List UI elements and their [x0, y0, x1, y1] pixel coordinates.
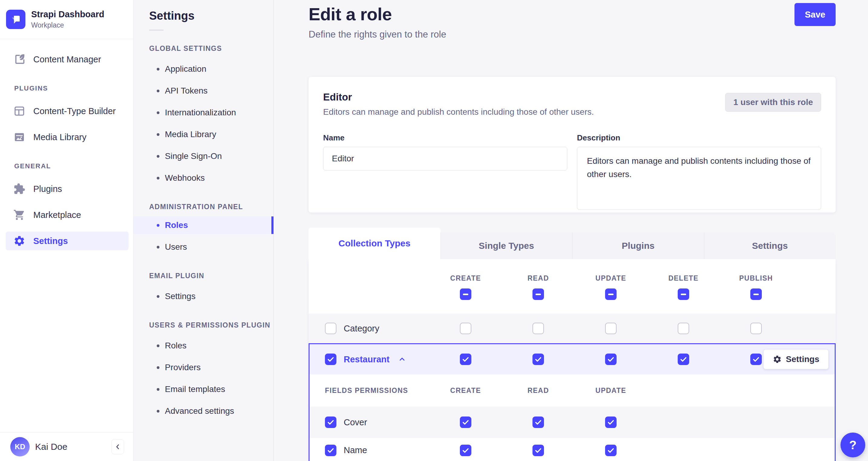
- name-read-checkbox[interactable]: [532, 445, 544, 456]
- main-content: Edit a role Define the rights given to t…: [274, 0, 868, 461]
- category-delete-checkbox[interactable]: [678, 323, 689, 334]
- users-with-role-button[interactable]: 1 user with this role: [725, 93, 821, 112]
- bullet-icon: [157, 388, 159, 391]
- subnav-item-label: API Tokens: [165, 86, 208, 96]
- row-name-cell: Category: [309, 323, 429, 334]
- collapse-sidebar-button[interactable]: [111, 439, 124, 454]
- cart-icon: [13, 209, 25, 221]
- gear-icon: [13, 235, 25, 247]
- column-publish-select-all-checkbox[interactable]: [750, 288, 762, 300]
- column-label: CREATE: [450, 274, 481, 282]
- avatar[interactable]: KD: [10, 437, 30, 457]
- restaurant-update-checkbox[interactable]: [605, 353, 617, 365]
- name-row-checkbox[interactable]: [325, 445, 336, 456]
- subnav-item-label: Providers: [165, 363, 200, 372]
- cover-row-checkbox[interactable]: [325, 416, 336, 428]
- subnav-item-application[interactable]: Application: [133, 58, 274, 80]
- table-row-category: Category: [309, 314, 836, 343]
- sidebar-item-label: Plugins: [33, 184, 62, 194]
- category-read-checkbox[interactable]: [532, 323, 544, 334]
- row-label: Restaurant: [344, 354, 390, 365]
- main-sidebar: Strapi Dashboard Workplace Content Manag…: [0, 0, 133, 461]
- column-label: PUBLISH: [739, 274, 773, 282]
- sidebar-item-media-library[interactable]: Media Library: [0, 124, 133, 150]
- description-textarea[interactable]: Editors can manage and publish contents …: [577, 147, 821, 210]
- restaurant-delete-checkbox[interactable]: [678, 353, 689, 365]
- chevron-up-icon[interactable]: [398, 355, 406, 363]
- tab-settings[interactable]: Settings: [704, 232, 836, 259]
- brand-text: Strapi Dashboard Workplace: [31, 9, 104, 29]
- subnav-item-users[interactable]: Users: [133, 236, 274, 258]
- user-row: KD Kai Doe: [0, 432, 133, 461]
- subnav-item-single-sign-on[interactable]: Single Sign-On: [133, 145, 274, 167]
- name-input[interactable]: [323, 147, 567, 170]
- subnav-item-up-roles[interactable]: Roles: [133, 335, 274, 356]
- bullet-icon: [157, 410, 159, 412]
- restaurant-create-checkbox[interactable]: [460, 353, 471, 365]
- sidebar-item-marketplace[interactable]: Marketplace: [0, 202, 133, 228]
- bullet-icon: [157, 133, 159, 136]
- role-details-card: Editor Editors can manage and publish co…: [309, 77, 836, 212]
- sidebar-item-settings[interactable]: Settings: [6, 232, 129, 250]
- sidebar-item-label: Marketplace: [33, 210, 81, 220]
- sidebar-item-content-type-builder[interactable]: Content-Type Builder: [0, 98, 133, 124]
- subnav-item-label: Settings: [165, 291, 195, 301]
- column-update-select-all-checkbox[interactable]: [605, 288, 617, 300]
- user-name: Kai Doe: [35, 442, 106, 452]
- category-publish-checkbox[interactable]: [750, 323, 762, 334]
- sidebar-item-label: Content-Type Builder: [33, 106, 116, 116]
- page-subtitle: Define the rights given to the role: [309, 29, 836, 40]
- restaurant-publish-checkbox[interactable]: [750, 353, 762, 365]
- sidebar-item-plugins[interactable]: Plugins: [0, 176, 133, 202]
- permissions-header-row: CREATE READ UPDATE DELETE: [309, 259, 836, 314]
- workspace-switcher[interactable]: Strapi Dashboard Workplace: [0, 0, 133, 39]
- name-create-checkbox[interactable]: [460, 445, 471, 456]
- restaurant-settings-button[interactable]: Settings: [763, 349, 829, 369]
- subnav-section-title: EMAIL PLUGIN: [149, 272, 274, 280]
- category-update-checkbox[interactable]: [605, 323, 617, 334]
- subnav-item-webhooks[interactable]: Webhooks: [133, 167, 274, 189]
- subnav-item-email-settings[interactable]: Settings: [133, 285, 274, 307]
- image-icon: [13, 131, 25, 143]
- sidebar-item-content-manager[interactable]: Content Manager: [0, 46, 133, 73]
- row-label: Cover: [344, 417, 367, 427]
- save-button[interactable]: Save: [795, 3, 836, 26]
- subnav-item-media-library[interactable]: Media Library: [133, 123, 274, 145]
- column-delete-select-all-checkbox[interactable]: [678, 288, 689, 300]
- fields-column-create: CREATE: [450, 386, 481, 395]
- subnav-item-advanced-settings[interactable]: Advanced settings: [133, 400, 274, 422]
- tab-single-types[interactable]: Single Types: [440, 232, 572, 259]
- fields-permissions-header: FIELDS PERMISSIONS CREATE READ UPDATE: [310, 374, 835, 406]
- cover-create-checkbox[interactable]: [460, 416, 471, 428]
- strapi-logo-icon: [6, 10, 25, 29]
- restaurant-read-checkbox[interactable]: [532, 353, 544, 365]
- category-row-checkbox[interactable]: [325, 323, 336, 334]
- chevron-left-icon: [114, 443, 122, 451]
- tab-plugins[interactable]: Plugins: [572, 232, 704, 259]
- subnav-item-providers[interactable]: Providers: [133, 356, 274, 378]
- help-button[interactable]: ?: [840, 433, 865, 457]
- column-label: READ: [527, 274, 549, 282]
- name-update-checkbox[interactable]: [605, 445, 617, 456]
- cover-read-checkbox[interactable]: [532, 416, 544, 428]
- subnav-section-title: USERS & PERMISSIONS PLUGIN: [149, 321, 274, 329]
- cover-update-checkbox[interactable]: [605, 416, 617, 428]
- subnav-item-internationalization[interactable]: Internationalization: [133, 102, 274, 123]
- subnav-item-roles[interactable]: Roles: [133, 217, 274, 234]
- category-create-checkbox[interactable]: [460, 323, 471, 334]
- column-create-header: CREATE: [429, 274, 502, 300]
- subnav-item-email-templates[interactable]: Email templates: [133, 378, 274, 400]
- restaurant-row-checkbox[interactable]: [325, 353, 336, 365]
- subnav-item-label: Roles: [165, 220, 188, 230]
- indeterminate-icon: [753, 294, 759, 295]
- sidebar-item-label: Content Manager: [33, 55, 101, 64]
- description-field-group: Description Editors can manage and publi…: [577, 133, 821, 211]
- settings-button-label: Settings: [786, 354, 819, 364]
- tab-collection-types[interactable]: Collection Types: [309, 228, 440, 259]
- column-create-select-all-checkbox[interactable]: [460, 288, 471, 300]
- column-read-select-all-checkbox[interactable]: [532, 288, 544, 300]
- indeterminate-icon: [463, 294, 468, 295]
- subnav-section-email-plugin: EMAIL PLUGIN Settings: [133, 272, 274, 307]
- subnav-item-api-tokens[interactable]: API Tokens: [133, 80, 274, 102]
- bullet-icon: [157, 155, 159, 158]
